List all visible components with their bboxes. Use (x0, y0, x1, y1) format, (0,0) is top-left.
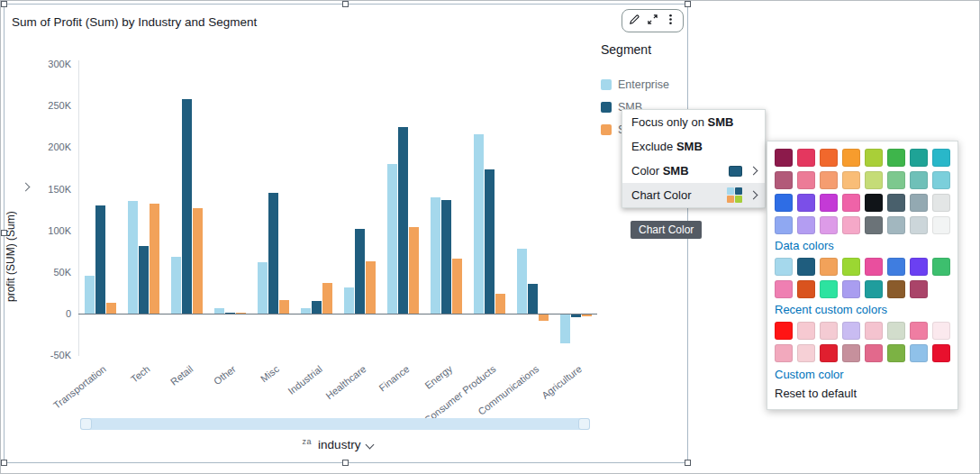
color-swatch[interactable] (842, 171, 860, 189)
resize-handle[interactable] (685, 460, 691, 466)
bar-enterprise-tech[interactable] (128, 201, 138, 314)
bar-strategic-healthcare[interactable] (366, 261, 376, 314)
color-swatch[interactable] (865, 258, 883, 276)
x-axis-category-label[interactable]: Transportation (51, 363, 108, 411)
color-swatch[interactable] (910, 194, 928, 212)
maximize-visual-button[interactable] (645, 12, 660, 30)
color-swatch[interactable] (865, 322, 883, 340)
bar-smb-communications[interactable] (528, 284, 538, 314)
color-swatch[interactable] (865, 194, 883, 212)
color-swatch[interactable] (865, 171, 883, 189)
bar-strategic-misc[interactable] (279, 300, 289, 314)
color-swatch[interactable] (820, 322, 838, 340)
color-swatch[interactable] (932, 322, 950, 340)
bar-strategic-industrial[interactable] (322, 283, 332, 314)
color-swatch[interactable] (910, 280, 928, 298)
color-swatch[interactable] (910, 258, 928, 276)
color-swatch[interactable] (775, 216, 793, 234)
color-swatch[interactable] (887, 322, 905, 340)
color-swatch[interactable] (820, 280, 838, 298)
bar-smb-industrial[interactable] (312, 301, 322, 314)
color-swatch[interactable] (842, 216, 860, 234)
chevron-down-icon[interactable] (366, 441, 375, 450)
resize-handle[interactable] (342, 460, 349, 466)
color-swatch[interactable] (887, 280, 905, 298)
menu-item-chart-color[interactable]: Chart Color (622, 183, 765, 207)
color-swatch[interactable] (775, 171, 793, 189)
color-swatch[interactable] (797, 322, 815, 340)
bar-smb-misc[interactable] (268, 193, 278, 314)
color-swatch[interactable] (910, 216, 928, 234)
color-swatch[interactable] (932, 216, 950, 234)
bar-chart-widget[interactable]: Sum of Profit (Sum) by Industry and Segm… (4, 4, 688, 463)
menu-item-focus-only-on-smb[interactable]: Focus only on SMB (622, 110, 765, 134)
custom-color-link[interactable]: Custom color (775, 368, 950, 381)
color-swatch[interactable] (820, 344, 838, 362)
color-swatch[interactable] (910, 149, 928, 167)
color-swatch[interactable] (775, 194, 793, 212)
resize-handle[interactable] (685, 1, 691, 7)
color-swatch[interactable] (842, 280, 860, 298)
color-swatch[interactable] (775, 149, 793, 167)
color-swatch[interactable] (887, 216, 905, 234)
bar-smb-energy[interactable] (441, 200, 451, 314)
bar-smb-consumer-products[interactable] (485, 169, 495, 314)
color-swatch[interactable] (865, 149, 883, 167)
color-swatch[interactable] (910, 344, 928, 362)
color-swatch[interactable] (820, 194, 838, 212)
color-swatch[interactable] (887, 344, 905, 362)
bar-enterprise-healthcare[interactable] (344, 287, 354, 314)
color-swatch[interactable] (797, 149, 815, 167)
x-axis-category-label[interactable]: Healthcare (323, 363, 368, 401)
x-axis-category-label[interactable]: Other (212, 363, 238, 387)
color-swatch[interactable] (842, 194, 860, 212)
color-swatch[interactable] (797, 216, 815, 234)
bar-smb-tech[interactable] (139, 246, 149, 314)
color-swatch[interactable] (820, 149, 838, 167)
x-axis-field-label[interactable]: industry (318, 438, 360, 451)
color-swatch[interactable] (775, 258, 793, 276)
color-swatch[interactable] (775, 280, 793, 298)
bar-strategic-transportation[interactable] (106, 303, 116, 314)
x-axis-category-label[interactable]: Energy (423, 363, 455, 391)
bar-strategic-finance[interactable] (409, 227, 419, 314)
color-swatch[interactable] (910, 171, 928, 189)
menu-item-color-smb[interactable]: Color SMB (622, 159, 765, 183)
bar-smb-transportation[interactable] (95, 205, 105, 314)
color-swatch[interactable] (797, 194, 815, 212)
color-swatch[interactable] (797, 344, 815, 362)
color-swatch[interactable] (797, 258, 815, 276)
color-swatch[interactable] (932, 194, 950, 212)
resize-handle[interactable] (342, 1, 349, 7)
reset-to-default-button[interactable]: Reset to default (775, 387, 950, 400)
x-axis-category-label[interactable]: Agriculture (540, 363, 585, 401)
resize-handle[interactable] (1, 1, 7, 7)
color-swatch[interactable] (865, 344, 883, 362)
color-swatch[interactable] (775, 322, 793, 340)
color-swatch[interactable] (932, 344, 950, 362)
legend-item-enterprise[interactable]: Enterprise (601, 78, 669, 91)
bar-enterprise-misc[interactable] (258, 262, 268, 314)
color-swatch[interactable] (842, 344, 860, 362)
scrollbar-left-handle[interactable] (80, 418, 92, 430)
bar-enterprise-transportation[interactable] (85, 276, 95, 314)
bar-strategic-retail[interactable] (193, 208, 203, 314)
chart-horizontal-scrollbar[interactable] (80, 418, 590, 430)
color-swatch[interactable] (932, 258, 950, 276)
color-swatch[interactable] (842, 258, 860, 276)
x-axis-category-label[interactable]: Industrial (286, 363, 325, 397)
bar-smb-retail[interactable] (182, 99, 192, 314)
bar-enterprise-energy[interactable] (431, 197, 440, 314)
bar-enterprise-consumer-products[interactable] (474, 134, 484, 314)
x-axis-control[interactable]: za industry (78, 438, 597, 451)
bar-enterprise-communications[interactable] (517, 249, 527, 314)
x-axis-category-label[interactable]: Misc (259, 363, 281, 384)
color-swatch[interactable] (842, 149, 860, 167)
color-swatch[interactable] (820, 216, 838, 234)
resize-handle[interactable] (1, 460, 7, 466)
bar-enterprise-finance[interactable] (387, 164, 397, 314)
color-swatch[interactable] (932, 149, 950, 167)
x-axis-category-label[interactable]: Consumer Products (422, 363, 497, 425)
bar-strategic-consumer-products[interactable] (495, 294, 505, 314)
color-swatch[interactable] (887, 149, 905, 167)
